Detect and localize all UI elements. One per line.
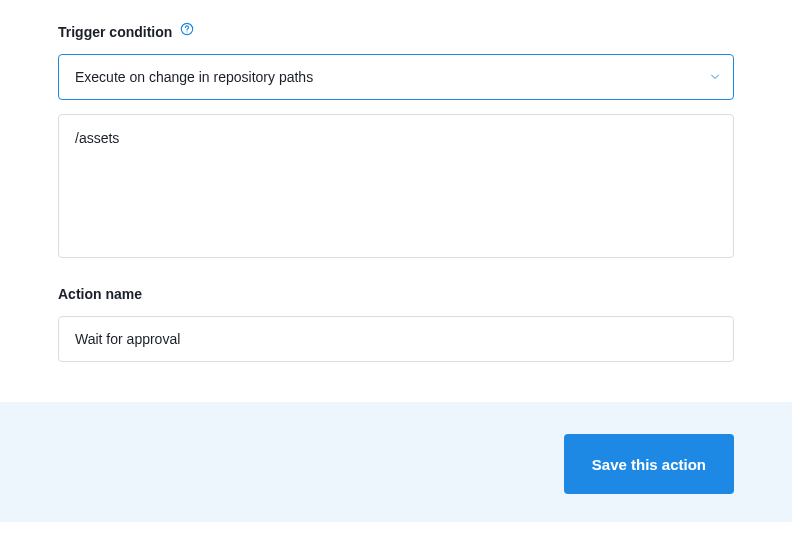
trigger-paths-textarea[interactable] (58, 114, 734, 258)
trigger-select[interactable]: Execute on change in repository paths (58, 54, 734, 100)
save-button[interactable]: Save this action (564, 434, 734, 494)
action-name-field-group: Action name (58, 286, 734, 362)
action-name-label-row: Action name (58, 286, 734, 302)
action-name-label: Action name (58, 286, 142, 302)
form-area: Trigger condition Execute on change in r… (0, 0, 792, 402)
trigger-label: Trigger condition (58, 24, 172, 40)
svg-point-1 (187, 31, 188, 32)
trigger-label-row: Trigger condition (58, 24, 734, 40)
footer-bar: Save this action (0, 402, 792, 522)
chevron-down-icon (711, 75, 719, 80)
trigger-select-value: Execute on change in repository paths (75, 69, 313, 85)
action-name-input[interactable] (58, 316, 734, 362)
trigger-field-group: Trigger condition Execute on change in r… (58, 24, 734, 262)
help-icon[interactable] (180, 22, 194, 36)
